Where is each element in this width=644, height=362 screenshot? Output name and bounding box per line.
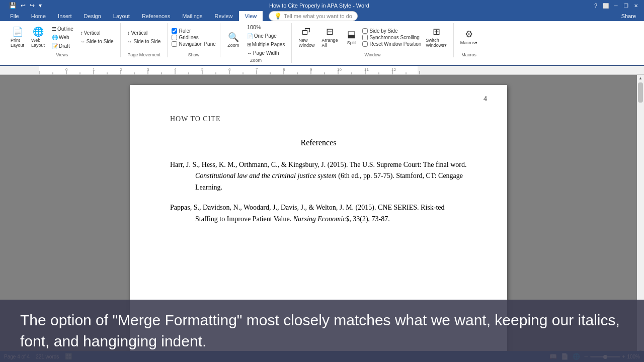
vertical-icon: ↕: [80, 30, 83, 36]
web-button[interactable]: 🌐 Web: [49, 34, 76, 41]
split-button[interactable]: ⬓ Split: [342, 28, 360, 47]
one-page-button[interactable]: 📄 One Page: [245, 32, 288, 40]
tab-home[interactable]: Home: [25, 11, 52, 21]
views-group: 📄 PrintLayout 🌐 WebLayout ☰ Outline 🌐 We…: [4, 23, 121, 57]
print-layout-icon: 📄: [12, 27, 23, 38]
tab-references[interactable]: References: [136, 11, 176, 21]
sync-scroll-checkbox[interactable]: Synchronous Scrolling: [362, 35, 421, 40]
switch-windows-icon: ⊞: [433, 27, 440, 38]
reset-position-checkbox[interactable]: Reset Window Position: [362, 41, 421, 47]
draft-button[interactable]: 📝 Draft: [49, 42, 76, 50]
arrange-all-button[interactable]: ⊟ ArrangeAll: [319, 25, 340, 49]
outline-button[interactable]: ☰ Outline: [49, 25, 76, 33]
one-page-icon: 📄: [247, 33, 253, 39]
tab-mailings[interactable]: Mailings: [176, 11, 208, 21]
navigation-pane-checkbox[interactable]: Navigation Pane: [172, 41, 215, 47]
references-title: References: [170, 138, 467, 147]
print-layout-button[interactable]: 📄 PrintLayout: [8, 25, 27, 49]
ruler: [0, 66, 644, 75]
page-width-button[interactable]: ↔ Page Width: [245, 49, 288, 57]
info-overlay: The option of "Merge Formatting" most cl…: [0, 300, 644, 362]
show-group: Ruler Gridlines Navigation Pane Show: [168, 23, 220, 57]
show-group-label: Show: [188, 52, 200, 57]
zoom-group-label: Zoom: [250, 58, 262, 63]
title-bar: 💾 ↩ ↪ ▾ How to Cite Properly in APA Styl…: [0, 0, 644, 11]
switch-windows-button[interactable]: ⊞ SwitchWindows▾: [423, 25, 449, 49]
tab-review[interactable]: Review: [209, 11, 239, 21]
page-movement-group: ↕ Vertical ↔ Side to Side Page Movement: [121, 23, 168, 57]
outline-icon: ☰: [52, 26, 56, 32]
restore-button[interactable]: ❐: [622, 2, 630, 10]
multiple-pages-icon: ⊞: [247, 42, 251, 47]
split-icon: ⬓: [347, 29, 356, 40]
zoom-100-button[interactable]: 100%: [245, 23, 288, 31]
vertical-button[interactable]: ↕ Vertical: [78, 29, 116, 37]
web-icon: 🌐: [52, 35, 58, 40]
tell-me-input[interactable]: Tell me what you want to do: [284, 13, 352, 19]
views-buttons: 📄 PrintLayout 🌐 WebLayout ☰ Outline 🌐 We…: [8, 23, 116, 51]
share-button[interactable]: Share: [621, 13, 636, 19]
page-number: 4: [484, 95, 487, 103]
vertical-scroll-button[interactable]: ↕ Vertical: [125, 29, 150, 37]
views-group-label: Views: [56, 52, 68, 57]
ribbon: File Home Insert Design Layout Reference…: [0, 11, 644, 66]
window-group: 🗗 NewWindow ⊟ ArrangeAll ⬓ Split Side by…: [292, 23, 453, 57]
undo-icon[interactable]: ↩: [20, 2, 27, 9]
lightbulb-icon: 💡: [274, 13, 282, 20]
macros-group-label: Macros: [461, 52, 476, 57]
macros-group: ⚙ Macros▾ Macros: [454, 23, 485, 57]
close-button[interactable]: ✕: [632, 2, 640, 10]
info-overlay-text: The option of "Merge Formatting" most cl…: [20, 312, 620, 349]
help-icon[interactable]: ?: [592, 2, 600, 10]
minimize-button[interactable]: ─: [612, 2, 620, 10]
window-controls: ? ⬜ ─ ❐ ✕: [592, 2, 640, 10]
ruler-checkbox[interactable]: Ruler: [172, 28, 191, 34]
multiple-pages-button[interactable]: ⊞ Multiple Pages: [245, 41, 288, 48]
gridlines-checkbox[interactable]: Gridlines: [172, 35, 198, 40]
reference-entry-1: Harr, J. S., Hess, K. M., Orthmann, C., …: [170, 159, 467, 193]
tab-file[interactable]: File: [4, 11, 25, 21]
side-by-side-checkbox[interactable]: Side by Side: [362, 28, 421, 34]
ribbon-tabs: File Home Insert Design Layout Reference…: [0, 11, 644, 21]
tab-layout[interactable]: Layout: [107, 11, 136, 21]
macros-icon: ⚙: [465, 29, 473, 40]
page-header: HOW TO CITE: [170, 115, 467, 123]
page-movement-label: Page Movement: [127, 52, 160, 57]
customize-quick-access-icon[interactable]: ▾: [38, 2, 43, 9]
tab-view[interactable]: View: [239, 11, 263, 21]
tab-design[interactable]: Design: [78, 11, 107, 21]
zoom-icon: 🔍: [228, 32, 239, 43]
reference-entry-2: Pappas, S., Davidson, N., Woodard, J., D…: [170, 202, 467, 225]
draft-icon: 📝: [52, 43, 58, 49]
ribbon-content: 📄 PrintLayout 🌐 WebLayout ☰ Outline 🌐 We…: [0, 21, 644, 65]
window-title: How to Cite Properly in APA Style - Word: [47, 3, 592, 9]
zoom-group: 🔍 Zoom 100% 📄 One Page ⊞ Multiple Pages …: [220, 23, 292, 63]
page-width-icon: ↔: [247, 50, 252, 56]
tab-insert[interactable]: Insert: [52, 11, 78, 21]
window-group-label: Window: [365, 52, 381, 57]
scroll-up-icon[interactable]: ▲: [637, 75, 643, 81]
macros-button[interactable]: ⚙ Macros▾: [458, 28, 480, 47]
redo-icon[interactable]: ↪: [29, 2, 36, 9]
web-layout-icon: 🌐: [33, 27, 44, 38]
save-icon[interactable]: 💾: [8, 2, 18, 9]
new-window-button[interactable]: 🗗 NewWindow: [296, 25, 317, 49]
zoom-button[interactable]: 🔍 Zoom: [224, 31, 243, 50]
side-to-side-icon: ↔: [80, 39, 86, 44]
scroll-thumb[interactable]: [638, 82, 643, 103]
side-to-side-scroll-button[interactable]: ↔ Side to Side: [125, 38, 164, 45]
arrange-all-icon: ⊟: [326, 27, 334, 38]
quick-access-toolbar: 💾 ↩ ↪ ▾: [4, 2, 47, 9]
side-to-side-button[interactable]: ↔ Side to Side: [78, 38, 116, 45]
new-window-icon: 🗗: [302, 27, 311, 38]
web-layout-button[interactable]: 🌐 WebLayout: [29, 25, 47, 49]
ribbon-display-icon[interactable]: ⬜: [602, 2, 610, 10]
